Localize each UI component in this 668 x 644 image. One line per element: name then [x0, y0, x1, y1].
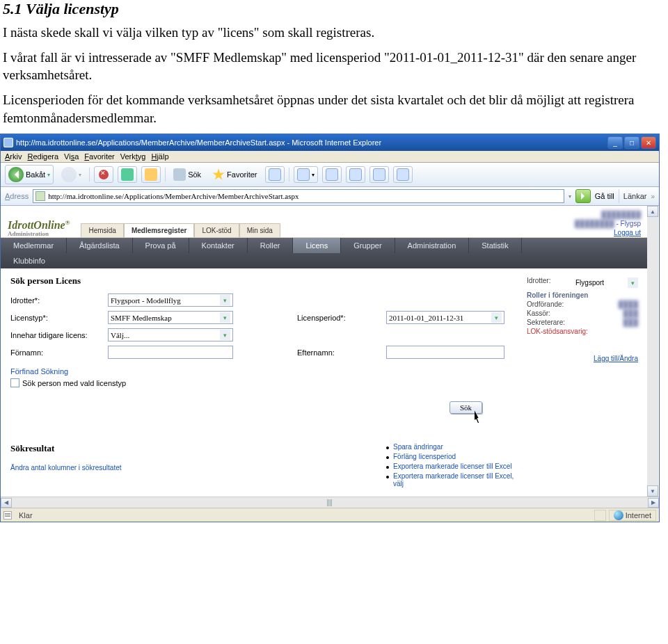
forward-button[interactable]: ▾: [58, 165, 85, 184]
scroll-down-icon[interactable]: ▼: [647, 485, 658, 497]
horizontal-scrollbar[interactable]: ◀ ▶: [1, 497, 659, 508]
discuss-button[interactable]: [369, 166, 389, 183]
messenger-button[interactable]: [393, 166, 413, 183]
checkbox-label: Sök person med vald licenstyp: [22, 379, 126, 387]
menu-hjalp[interactable]: Hjälp: [151, 152, 168, 161]
role-kassor-value: ███: [623, 309, 638, 317]
logout-link[interactable]: Logga ut: [614, 229, 641, 236]
discuss-icon: [373, 168, 385, 181]
edit-button[interactable]: [346, 166, 365, 183]
add-edit-link[interactable]: Lägg till/Ändra: [594, 355, 638, 362]
scroll-right-icon[interactable]: ▶: [648, 498, 659, 508]
nav-licens[interactable]: Licens: [293, 238, 341, 253]
org-name-hidden: ████████: [575, 220, 614, 227]
home-icon: [145, 168, 157, 181]
links-chevron-icon[interactable]: »: [651, 193, 655, 200]
input-efternamn[interactable]: [386, 346, 504, 359]
select-licensperiod-value: 2011-01-01_2011-12-31: [389, 314, 463, 322]
results-actions: Spara ändringar Förläng licensperiod Exp…: [385, 443, 524, 490]
address-input[interactable]: http://ma.idrottonline.se/Applications/M…: [33, 189, 564, 203]
globe-icon: [614, 510, 623, 520]
search-icon: [173, 168, 186, 181]
nav-grupper[interactable]: Grupper: [341, 238, 395, 253]
label-efternamn: Efternamn:: [289, 348, 386, 357]
tab-minsida[interactable]: Min sida: [239, 223, 280, 237]
back-label: Bakåt: [26, 170, 45, 179]
nav-statistik[interactable]: Statistik: [469, 238, 522, 253]
menu-verktyg[interactable]: Verktyg: [120, 152, 146, 161]
doc-para-3: Licensperioden för det kommande verksamh…: [3, 91, 657, 127]
menu-visa[interactable]: Visa: [64, 152, 79, 161]
nav-administration[interactable]: Administration: [395, 238, 470, 253]
side-idrotter-label: Idrotter:: [527, 277, 550, 289]
nav-medlemmar[interactable]: Medlemmar: [1, 238, 67, 253]
chevron-down-icon: ▾: [47, 172, 50, 178]
roles-heading: Roller i föreningen: [527, 291, 638, 299]
favorites-button[interactable]: Favoriter: [209, 166, 260, 183]
maximize-button[interactable]: □: [624, 136, 639, 149]
brand-tabs: Hemsida Medlemsregister LOK-stöd Min sid…: [81, 223, 280, 237]
address-bar: Adress http://ma.idrottonline.se/Applica…: [1, 187, 659, 206]
stop-button[interactable]: [94, 166, 113, 183]
action-forlang[interactable]: Förläng licensperiod: [385, 453, 524, 460]
select-idrotter[interactable]: Flygsport - Modellflyg ▾: [108, 293, 233, 307]
nav-provapa[interactable]: Prova på: [133, 238, 189, 253]
nav-kontakter[interactable]: Kontakter: [189, 238, 248, 253]
scroll-left-icon[interactable]: ◀: [1, 498, 12, 508]
chevron-down-icon: ▾: [220, 295, 230, 305]
nav-roller[interactable]: Roller: [248, 238, 294, 253]
mail-button[interactable]: ▾: [294, 166, 318, 183]
go-button[interactable]: [575, 189, 591, 203]
nav-klubbinfo[interactable]: Klubbinfo: [1, 253, 58, 268]
action-export-excel[interactable]: Exportera markerade licenser till Excel: [385, 462, 524, 470]
address-label: Adress: [5, 192, 29, 200]
select-licensperiod[interactable]: 2011-01-01_2011-12-31 ▾: [386, 311, 504, 324]
print-button[interactable]: [322, 166, 342, 183]
action-spara[interactable]: Spara ändringar: [385, 443, 524, 451]
hscroll-track[interactable]: [12, 499, 648, 506]
print-icon: [326, 168, 338, 181]
select-idrotter-value: Flygsport - Modellflyg: [111, 296, 181, 305]
tab-medlemsregister[interactable]: Medlemsregister: [124, 223, 194, 237]
refresh-button[interactable]: [118, 166, 137, 183]
history-button[interactable]: [265, 166, 285, 183]
action-export-excel-valj[interactable]: Exportera markerade licenser till Excel,…: [385, 472, 524, 488]
vertical-scrollbar[interactable]: ▲ ▼: [647, 206, 658, 497]
back-icon: [8, 167, 24, 182]
brand-bar: IdrottOnline® Administration Hemsida Med…: [1, 206, 648, 238]
menu-favoriter[interactable]: Favoriter: [84, 152, 114, 161]
url-text: http://ma.idrottonline.se/Applications/M…: [48, 192, 299, 200]
minimize-button[interactable]: _: [607, 136, 623, 149]
close-button[interactable]: ✕: [641, 136, 656, 149]
status-klar: Klar: [15, 510, 37, 521]
label-innehar: Innehar tidigare licens:: [10, 331, 108, 339]
scroll-up-icon[interactable]: ▲: [647, 206, 658, 217]
links-label[interactable]: Länkar: [623, 192, 647, 200]
change-columns-link[interactable]: Ändra antal kolumner i sökresultatet: [10, 464, 378, 472]
toolbar: Bakåt ▾ ▾ Sök Favoriter ▾: [1, 163, 659, 187]
address-dropdown-icon[interactable]: ▾: [568, 193, 571, 200]
results-title: Sökresultat: [10, 443, 378, 454]
role-ordforande-value: ████: [619, 300, 638, 308]
input-fornamn[interactable]: [108, 346, 233, 359]
select-innehar[interactable]: Välj... ▾: [108, 328, 233, 341]
menu-redigera[interactable]: Redigera: [27, 152, 58, 161]
search-button[interactable]: Sök: [170, 166, 205, 183]
menu-arkiv[interactable]: Arkiv: [5, 152, 22, 161]
status-empty: [594, 510, 606, 521]
side-idrotter-select[interactable]: Flygsport ▾: [575, 277, 638, 289]
checkbox-vald-licenstyp[interactable]: [10, 378, 19, 387]
scroll-track[interactable]: [647, 217, 658, 485]
sok-button[interactable]: Sök: [450, 401, 482, 414]
refined-search-link[interactable]: Förfinad Sökning: [10, 367, 524, 376]
tab-lokstod[interactable]: LOK-stöd: [194, 223, 239, 237]
select-licenstyp[interactable]: SMFF Medlemskap ▾: [108, 311, 233, 324]
toolbar-separator: [165, 168, 166, 182]
nav-atgardslista[interactable]: Åtgärdslista: [67, 238, 132, 253]
home-button[interactable]: [141, 166, 161, 183]
main-nav: Medlemmar Åtgärdslista Prova på Kontakte…: [1, 238, 648, 253]
back-button[interactable]: Bakåt ▾: [5, 165, 54, 184]
page-icon: [35, 191, 45, 201]
toolbar-separator: [89, 168, 90, 182]
tab-hemsida[interactable]: Hemsida: [81, 223, 123, 237]
